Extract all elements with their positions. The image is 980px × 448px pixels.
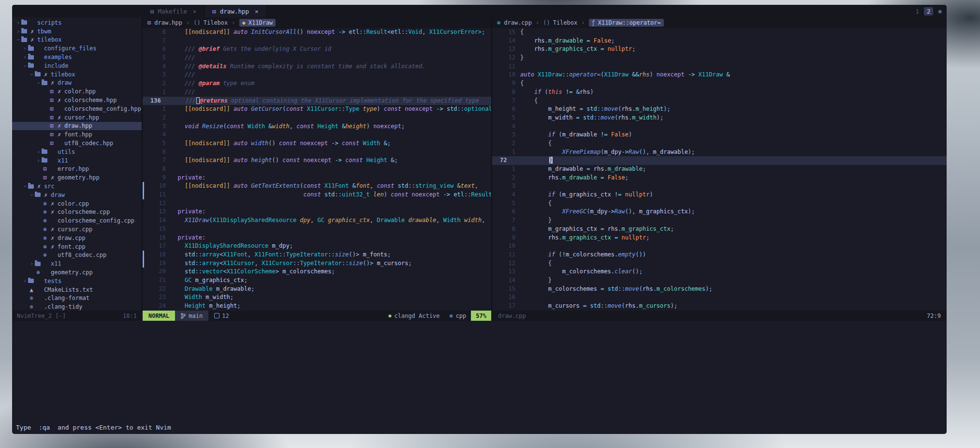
code-line[interactable]: 20 std::vector<X11ColorScheme> m_colorsc… [143, 268, 491, 276]
code-line[interactable]: 9 rhs.m_graphics_ctx = nullptr; [492, 234, 947, 242]
chevron-down-icon[interactable]: › [29, 71, 35, 77]
code-line[interactable]: 6 XFreeGC(m_dpy->Raw(), m_graphics_ctx); [492, 208, 947, 216]
code-line[interactable]: 10 [[nodiscard]] auto GetTextExtents(con… [143, 182, 491, 191]
code-line[interactable]: 7 } [492, 216, 947, 225]
code-line[interactable]: 136 /// @returns optional containing the… [143, 97, 491, 105]
tree-item-CMakeLists.txt[interactable]: ▲ CMakeLists.txt [12, 285, 142, 294]
code-line[interactable]: 1 [[nodiscard]] auto GetCursor(const X11… [143, 105, 491, 114]
code-line[interactable]: 12 { [492, 259, 947, 268]
tree-item-utf8_codec.hpp[interactable]: ⊡ utf8_codec.hpp [12, 139, 142, 148]
code-line[interactable]: 7 [[nodiscard]] auto height() const noex… [143, 156, 491, 165]
tree-item-x11[interactable]: › x11 [12, 259, 142, 268]
code-line[interactable]: 17 m_cursors = std::move(rhs.m_cursors); [492, 302, 947, 311]
tree-item-tests[interactable]: › tests [12, 277, 142, 285]
breadcrumb-file[interactable]: draw.cpp [504, 19, 532, 26]
tree-item-.clang-format[interactable]: ⊛ .clang-format [12, 294, 142, 303]
code-line[interactable]: 14 } [492, 276, 947, 285]
chevron-right-icon[interactable]: › [15, 19, 21, 26]
code-line[interactable]: 3 [492, 182, 947, 191]
tab-draw.hpp[interactable]: ⊡draw.hpp× [205, 5, 266, 17]
tree-item-tilebox[interactable]: ›✗tilebox [12, 70, 142, 79]
code-line[interactable]: 15{ [492, 28, 947, 37]
code-line[interactable]: 1 m_drawable = rhs.m_drawable; [492, 165, 947, 174]
code-line[interactable]: 2 /// @param type enum [143, 79, 491, 88]
chevron-right-icon[interactable]: › [15, 28, 21, 35]
code-line[interactable]: 1 XFreePixmap(m_dpy->Raw(), m_drawable); [492, 148, 947, 157]
code-line[interactable]: 2 [143, 114, 491, 122]
tree-item-configure_files[interactable]: › configure_files [12, 44, 142, 53]
tree-item-cursor.hpp[interactable]: ⊡✗cursor.hpp [12, 113, 142, 122]
code-line[interactable]: 10auto X11Draw::operator=(X11Draw &&rhs)… [492, 71, 947, 79]
tree-item-colorscheme.cpp[interactable]: ⊕✗colorscheme.cpp [12, 208, 142, 217]
code-line[interactable]: 2 rhs.m_drawable = False; [492, 174, 947, 182]
breadcrumb-item[interactable]: ƒX11Draw::operator= [589, 19, 664, 27]
code-line[interactable]: 16 private: [143, 234, 491, 242]
code-line[interactable]: 15 [143, 225, 491, 234]
tree-item-colorscheme.hpp[interactable]: ⊡✗colorscheme.hpp [12, 96, 142, 105]
code-line[interactable]: 13 m_colorschemes.clear(); [492, 268, 947, 276]
code-line[interactable]: 7 { [492, 97, 947, 105]
tree-item-color.cpp[interactable]: ⊕✗color.cpp [12, 199, 142, 208]
tree-item-.clang-tidy[interactable]: ⊛ .clang-tidy [12, 302, 142, 311]
code-line[interactable]: 24 Height m_height; [143, 302, 491, 311]
chevron-right-icon[interactable]: › [29, 260, 35, 267]
code-line[interactable]: 4 if (m_graphics_ctx != nullptr) [492, 191, 947, 199]
code-line[interactable]: 11 [492, 62, 947, 71]
tree-item-draw.hpp[interactable]: ⊡✗draw.hpp [12, 122, 142, 131]
code-line[interactable]: 8 [[nodiscard]] auto InitCursorAll() noe… [143, 28, 491, 37]
code-line[interactable]: 9{ [492, 79, 947, 88]
code-line[interactable]: 1 /// [143, 88, 491, 97]
tab-close-icon[interactable]: × [255, 8, 259, 15]
tree-item-geometry.cpp[interactable]: ⊕ geometry.cpp [12, 268, 142, 277]
code-line[interactable]: 11 if (!m_colorschemes.empty()) [492, 251, 947, 259]
code-line[interactable]: 14 rhs.m_drawable = False; [492, 37, 947, 45]
code-line[interactable]: 3 void Resize(const Width &width, const … [143, 122, 491, 131]
code-line[interactable]: 21 GC m_graphics_ctx; [143, 276, 491, 285]
gear-icon[interactable]: ⊛ [938, 8, 942, 15]
tree-item-font.hpp[interactable]: ⊡✗font.hpp [12, 130, 142, 139]
code-line[interactable]: 13 private: [143, 208, 491, 216]
breadcrumb-file[interactable]: draw.hpp [154, 19, 182, 26]
code-line[interactable]: 12} [492, 54, 947, 62]
code-line[interactable]: 16 [492, 293, 947, 302]
tabpage-2[interactable]: 2 [924, 7, 934, 15]
code-line[interactable]: 2 { [492, 139, 947, 148]
code-line[interactable]: 6 /// @brief Gets the underlying X Curso… [143, 45, 491, 54]
tabpage-1[interactable]: 1 [912, 7, 922, 15]
tree-item-draw[interactable]: ›✗draw [12, 79, 142, 88]
code-line[interactable]: 3 if (m_drawable != False) [492, 131, 947, 139]
chevron-down-icon[interactable]: › [22, 62, 29, 69]
breadcrumb-item[interactable]: ◆X11Draw [239, 19, 276, 27]
code-line[interactable]: 15 m_colorschemes = std::move(rhs.m_colo… [492, 285, 947, 294]
tree-item-scripts[interactable]: › scripts [12, 18, 142, 27]
tree-item-utils[interactable]: › utils [12, 148, 142, 156]
tree-item-tilebox[interactable]: ›✗tilebox [12, 36, 142, 45]
code-line[interactable]: 8 m_graphics_ctx = rhs.m_graphics_ctx; [492, 225, 947, 234]
code-line[interactable]: 4 /// @details Runtime complexity is con… [143, 62, 491, 71]
code-line[interactable]: 9 private: [143, 174, 491, 182]
code-line[interactable]: 8 if (this != &rhs) [492, 88, 947, 97]
code-line[interactable]: 11 const std::uint32_t len) const noexce… [143, 191, 491, 199]
code-line[interactable]: 72 } [492, 156, 947, 165]
tree-item-x11[interactable]: › x11 [12, 156, 142, 165]
tree-item-draw[interactable]: ›✗draw [12, 191, 142, 199]
code-line[interactable]: 6 [143, 148, 491, 157]
tree-item-draw.cpp[interactable]: ⊕✗draw.cpp [12, 234, 142, 242]
code-line[interactable]: 8 [143, 165, 491, 174]
tree-item-src[interactable]: ›✗src [12, 182, 142, 191]
code-line[interactable]: 18 std::array<X11Font, X11Font::TypeIter… [143, 251, 491, 259]
code-line[interactable]: 5 [[nodiscard]] auto width() const noexc… [143, 139, 491, 148]
tree-item-colorscheme_config.cpp[interactable]: ⊕ colorscheme_config.cpp [12, 216, 142, 225]
tab-close-icon[interactable]: × [193, 8, 197, 15]
code-line[interactable]: 5 /// [143, 54, 491, 62]
code-line[interactable]: 3 /// [143, 71, 491, 79]
breadcrumb-item[interactable]: ()Tilebox [193, 19, 228, 26]
tree-item-cursor.cpp[interactable]: ⊕✗cursor.cpp [12, 225, 142, 234]
code-line[interactable]: 7 [143, 37, 491, 45]
code-line[interactable]: 22 Drawable m_drawable; [143, 285, 491, 294]
code-line[interactable]: 12 [143, 199, 491, 208]
chevron-down-icon[interactable]: › [22, 183, 29, 190]
code-line[interactable]: 14 X11Draw(X11DisplaySharedResource dpy,… [143, 216, 491, 225]
tree-item-font.cpp[interactable]: ⊕✗font.cpp [12, 242, 142, 251]
code-line[interactable]: 17 X11DisplaySharedResource m_dpy; [143, 242, 491, 251]
